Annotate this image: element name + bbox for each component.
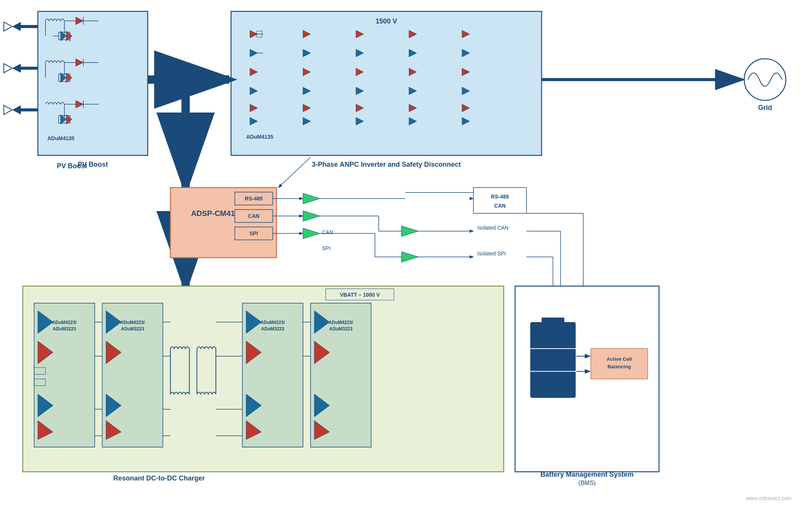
svg-rect-143 bbox=[34, 379, 45, 386]
svg-rect-130 bbox=[591, 349, 648, 379]
svg-marker-144 bbox=[38, 394, 53, 417]
svg-rect-85 bbox=[235, 192, 273, 205]
svg-rect-166 bbox=[311, 303, 371, 447]
svg-text:Isolated CAN: Isolated CAN bbox=[477, 225, 508, 231]
svg-marker-141 bbox=[38, 341, 53, 364]
svg-marker-163 bbox=[246, 421, 261, 440]
svg-marker-162 bbox=[246, 394, 261, 417]
svg-marker-55 bbox=[303, 49, 311, 57]
svg-marker-149 bbox=[106, 311, 121, 333]
svg-rect-19 bbox=[59, 32, 70, 40]
svg-marker-56 bbox=[303, 68, 311, 76]
svg-marker-169 bbox=[314, 394, 329, 417]
svg-marker-50 bbox=[250, 68, 258, 76]
svg-marker-73 bbox=[462, 49, 470, 57]
svg-text:www.cntronics.com: www.cntronics.com bbox=[746, 495, 792, 501]
svg-marker-26 bbox=[76, 59, 83, 66]
svg-rect-135 bbox=[23, 286, 504, 472]
svg-marker-75 bbox=[462, 87, 470, 95]
svg-marker-32 bbox=[66, 73, 72, 83]
svg-rect-3 bbox=[38, 11, 148, 155]
svg-text:RS-485: RS-485 bbox=[491, 194, 509, 200]
svg-text:SPI: SPI bbox=[322, 245, 331, 251]
svg-marker-71 bbox=[409, 117, 417, 125]
svg-marker-160 bbox=[246, 311, 261, 333]
svg-marker-66 bbox=[409, 30, 417, 38]
svg-text:Resonant DC-to-DC Charger: Resonant DC-to-DC Charger bbox=[113, 474, 205, 482]
svg-marker-151 bbox=[106, 394, 121, 417]
svg-marker-170 bbox=[314, 421, 329, 440]
svg-marker-61 bbox=[356, 49, 364, 57]
svg-rect-126 bbox=[530, 322, 576, 398]
svg-marker-140 bbox=[38, 311, 53, 333]
svg-text:ADuM4223/: ADuM4223/ bbox=[261, 320, 285, 325]
svg-rect-137 bbox=[326, 289, 394, 300]
svg-text:Battery Management System: Battery Management System bbox=[540, 471, 634, 478]
svg-rect-139 bbox=[34, 303, 95, 447]
svg-text:RS-485: RS-485 bbox=[245, 196, 263, 202]
svg-text:ADuM4223/: ADuM4223/ bbox=[52, 320, 77, 325]
svg-marker-96 bbox=[303, 228, 320, 239]
svg-marker-11 bbox=[4, 64, 12, 73]
svg-marker-67 bbox=[409, 49, 417, 57]
svg-rect-89 bbox=[235, 227, 273, 240]
pv-boost-label: PV Boost bbox=[57, 162, 87, 170]
svg-marker-108 bbox=[401, 226, 418, 236]
svg-marker-53 bbox=[250, 117, 258, 125]
svg-text:CAN: CAN bbox=[494, 203, 506, 209]
svg-marker-167 bbox=[314, 311, 329, 333]
svg-text:Active Cell: Active Cell bbox=[607, 356, 632, 362]
svg-marker-51 bbox=[250, 87, 258, 95]
svg-rect-148 bbox=[102, 303, 163, 447]
svg-rect-43 bbox=[231, 11, 542, 155]
svg-text:SPI: SPI bbox=[250, 230, 258, 236]
svg-rect-47 bbox=[257, 31, 262, 37]
svg-marker-57 bbox=[303, 87, 311, 95]
svg-rect-123 bbox=[515, 286, 659, 472]
svg-text:ADuM3223: ADuM3223 bbox=[53, 326, 76, 332]
svg-marker-69 bbox=[409, 87, 417, 95]
svg-marker-65 bbox=[356, 117, 364, 125]
svg-text:CAN: CAN bbox=[248, 213, 259, 219]
svg-rect-30 bbox=[59, 74, 70, 81]
svg-marker-23 bbox=[66, 31, 72, 41]
svg-marker-54 bbox=[303, 30, 311, 38]
svg-text:ADuM3223: ADuM3223 bbox=[121, 326, 144, 332]
svg-marker-12 bbox=[4, 105, 12, 114]
svg-marker-70 bbox=[409, 104, 417, 112]
svg-marker-6 bbox=[12, 64, 21, 73]
svg-line-192 bbox=[278, 157, 311, 188]
svg-rect-142 bbox=[34, 368, 45, 374]
svg-marker-114 bbox=[401, 252, 418, 262]
svg-rect-38 bbox=[59, 116, 70, 123]
svg-marker-77 bbox=[462, 117, 470, 125]
svg-text:CAN: CAN bbox=[322, 229, 333, 235]
svg-marker-59 bbox=[303, 117, 311, 125]
svg-marker-4 bbox=[12, 22, 21, 31]
svg-text:1500 V: 1500 V bbox=[375, 17, 397, 25]
diagram-container: ADuM4135 PV Boost 1500 V bbox=[0, 0, 812, 507]
svg-text:ADSP-CM419BGA: ADSP-CM419BGA bbox=[191, 209, 256, 218]
svg-marker-74 bbox=[462, 68, 470, 76]
svg-text:Grid: Grid bbox=[758, 104, 772, 111]
svg-marker-31 bbox=[61, 73, 66, 83]
svg-marker-94 bbox=[303, 193, 320, 204]
svg-marker-150 bbox=[106, 341, 121, 364]
svg-text:ADuM3223: ADuM3223 bbox=[329, 326, 353, 332]
svg-marker-40 bbox=[66, 114, 72, 124]
circuit-diagram: ADuM4135 PV Boost 1500 V bbox=[0, 0, 812, 507]
svg-marker-45 bbox=[250, 30, 258, 38]
svg-marker-39 bbox=[61, 114, 66, 124]
svg-text:ADuM3223: ADuM3223 bbox=[261, 326, 284, 332]
svg-marker-145 bbox=[38, 421, 53, 440]
svg-marker-22 bbox=[61, 31, 66, 41]
svg-text:Isolated SPI: Isolated SPI bbox=[477, 250, 506, 257]
svg-text:ADuM4223/: ADuM4223/ bbox=[120, 320, 145, 325]
svg-marker-63 bbox=[356, 87, 364, 95]
svg-marker-152 bbox=[106, 421, 121, 440]
svg-point-187 bbox=[744, 59, 786, 100]
svg-marker-15 bbox=[76, 17, 83, 25]
svg-rect-83 bbox=[170, 188, 276, 258]
svg-marker-8 bbox=[12, 105, 21, 114]
svg-text:Balancing: Balancing bbox=[607, 364, 631, 369]
